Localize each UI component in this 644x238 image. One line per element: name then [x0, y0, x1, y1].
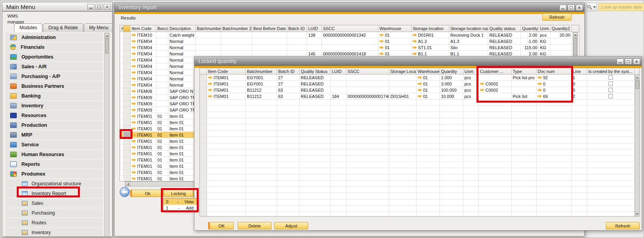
link-arrow-icon[interactable] [379, 39, 384, 43]
column-header[interactable]: Batchnumber [246, 68, 277, 75]
locked-quantity-titlebar[interactable]: Locked quantity × [194, 57, 642, 66]
link-arrow-icon[interactable] [208, 88, 212, 92]
column-header[interactable]: Quality status [488, 25, 521, 32]
column-header[interactable]: Item Code [131, 25, 156, 32]
sidebar-item-banking[interactable]: Banking [5, 91, 103, 100]
row-selector[interactable] [200, 156, 207, 162]
column-header[interactable]: Uom [539, 25, 550, 32]
row-selector[interactable] [124, 94, 131, 100]
tab-drag-relate[interactable]: Drag & Relate [43, 23, 83, 32]
scroll-down-icon[interactable] [635, 211, 640, 217]
tab-modules[interactable]: Modules [14, 23, 42, 32]
column-header[interactable] [200, 68, 207, 75]
link-arrow-icon[interactable] [379, 52, 384, 55]
lookup-input[interactable] [598, 3, 644, 11]
locked-row[interactable]: ITEM01B1121263RELEASED01100.000pcsC00020… [200, 87, 639, 93]
row-selector[interactable] [124, 51, 131, 57]
column-header[interactable]: Line [572, 68, 587, 75]
row-selector[interactable] [200, 81, 207, 87]
sidebar-item-service[interactable]: Service [5, 140, 103, 149]
link-arrow-icon[interactable] [208, 82, 212, 85]
scrollbar-thumb[interactable] [105, 39, 109, 53]
created-by-system-checkbox[interactable] [609, 75, 613, 80]
sidebar-item-administration[interactable]: Administration [5, 33, 103, 42]
column-header[interactable]: Batchnumber 2 [221, 25, 252, 32]
link-arrow-icon[interactable] [132, 58, 136, 62]
column-header[interactable]: Quantity [440, 68, 463, 75]
column-header[interactable]: Storage Location [389, 68, 416, 75]
maximize-icon[interactable] [625, 59, 632, 64]
link-arrow-icon[interactable] [132, 139, 136, 143]
row-selector[interactable] [200, 149, 207, 155]
link-arrow-icon[interactable] [132, 77, 136, 80]
link-arrow-icon[interactable] [132, 102, 136, 105]
link-arrow-icon[interactable] [208, 94, 212, 98]
link-arrow-icon[interactable] [418, 88, 422, 92]
link-arrow-icon[interactable] [208, 76, 212, 79]
row-selector[interactable] [200, 106, 207, 112]
link-arrow-icon[interactable] [379, 46, 384, 49]
sidebar-subitem-sales[interactable]: Sales [5, 199, 103, 208]
inventory-row[interactable]: ITEM04Normal01A1.3A1.3RELEASED-1.00KG [120, 38, 579, 44]
column-header[interactable]: Quantity2 [550, 25, 572, 32]
scroll-up-icon[interactable] [635, 75, 640, 80]
row-selector[interactable] [124, 69, 131, 75]
link-arrow-icon[interactable] [132, 46, 136, 49]
link-arrow-icon[interactable] [132, 33, 136, 37]
sidebar-item-financials[interactable]: Financials [5, 43, 103, 52]
column-header[interactable]: SSCC [322, 25, 378, 32]
created-by-system-checkbox[interactable] [609, 82, 613, 86]
row-selector[interactable] [124, 151, 131, 156]
row-selector[interactable] [200, 131, 207, 137]
maximize-icon[interactable] [95, 4, 102, 10]
row-selector[interactable] [124, 113, 131, 119]
row-selector[interactable] [124, 57, 131, 63]
close-icon[interactable]: × [104, 4, 111, 10]
link-arrow-icon[interactable] [132, 171, 136, 174]
row-selector[interactable] [200, 112, 207, 118]
column-header[interactable]: Barcode [156, 25, 168, 32]
column-header[interactable]: Warehouse [378, 25, 411, 32]
column-header[interactable]: X [120, 25, 124, 32]
row-selector[interactable] [200, 99, 207, 105]
row-selector[interactable] [124, 163, 131, 169]
row-selector[interactable] [124, 157, 131, 163]
main-menu-titlebar[interactable]: Main Menu × [2, 2, 112, 12]
sidebar-item-opportunities[interactable]: Opportunities [5, 52, 103, 61]
link-arrow-icon[interactable] [418, 76, 422, 79]
sidebar-subitem-routes[interactable]: Routes [5, 218, 103, 227]
row-selector[interactable] [200, 187, 207, 193]
row-selector[interactable] [200, 143, 207, 149]
link-arrow-icon[interactable] [132, 177, 136, 180]
maximize-icon[interactable] [568, 5, 575, 11]
link-arrow-icon[interactable] [413, 33, 417, 37]
row-selector[interactable] [200, 199, 207, 205]
sidebar-item-business-partners[interactable]: Business Partners [5, 82, 103, 91]
row-selector[interactable] [200, 193, 207, 199]
minimize-icon[interactable] [617, 59, 624, 64]
close-icon[interactable]: × [576, 5, 583, 11]
link-arrow-icon[interactable] [413, 52, 417, 55]
column-header[interactable]: Best Before Date [252, 25, 287, 32]
sidebar-item-production[interactable]: Production [5, 121, 103, 130]
column-header[interactable]: Quality Status [300, 68, 331, 75]
ok-button[interactable]: Ok [130, 190, 164, 197]
close-icon[interactable]: × [633, 59, 640, 64]
link-arrow-icon[interactable] [132, 89, 136, 93]
inventory-report-titlebar[interactable]: Inventory report × [115, 3, 584, 12]
column-header[interactable]: Quantity [521, 25, 539, 32]
sidebar-item-inventory[interactable]: Inventory [5, 101, 103, 110]
row-selector[interactable] [124, 38, 131, 44]
refresh-button[interactable]: Refresh [542, 13, 572, 21]
link-arrow-icon[interactable] [379, 33, 384, 37]
row-selector[interactable] [200, 87, 207, 93]
scroll-left-icon[interactable] [125, 182, 131, 186]
locked-row[interactable]: ITEM01B1121263RELEASED184000000000000001… [200, 93, 639, 99]
column-header[interactable]: Batch ID [277, 68, 300, 75]
row-selector[interactable] [200, 181, 207, 186]
column-header[interactable]: LUID [307, 25, 322, 32]
column-header[interactable]: Storage location [411, 25, 449, 32]
row-selector[interactable] [124, 138, 131, 144]
sidebar-item-purchasing-a-p[interactable]: Purchasing - A/P [5, 72, 103, 81]
row-selector[interactable] [124, 101, 131, 107]
